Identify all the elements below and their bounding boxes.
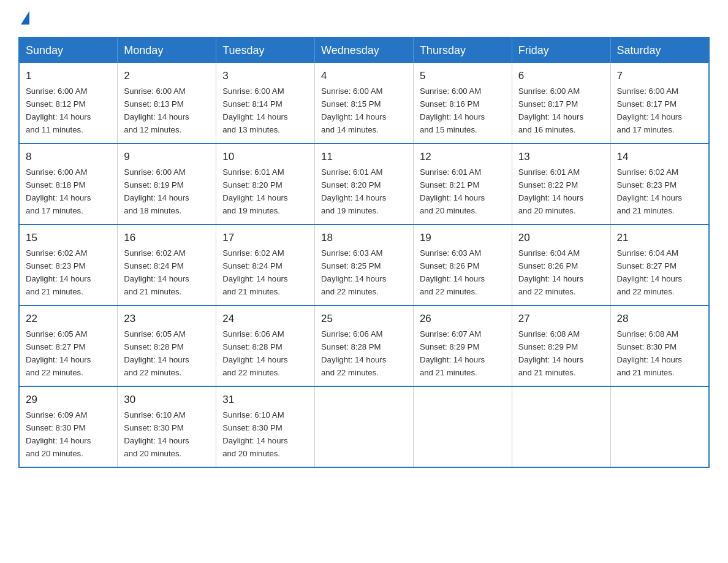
day-number: 4: [321, 68, 407, 84]
calendar-header-row: SundayMondayTuesdayWednesdayThursdayFrid…: [19, 37, 709, 63]
calendar-day-header: Thursday: [413, 37, 512, 63]
calendar-day-header: Friday: [512, 37, 610, 63]
day-number: 11: [321, 149, 407, 165]
calendar-day-cell: 29 Sunrise: 6:09 AMSunset: 8:30 PMDaylig…: [19, 386, 118, 467]
calendar-day-cell: 13 Sunrise: 6:01 AMSunset: 8:22 PMDaylig…: [512, 144, 610, 224]
day-info: Sunrise: 6:00 AMSunset: 8:15 PMDaylight:…: [321, 86, 386, 134]
day-number: 26: [420, 311, 506, 327]
day-info: Sunrise: 6:10 AMSunset: 8:30 PMDaylight:…: [124, 410, 189, 458]
day-number: 2: [124, 68, 210, 84]
day-number: 30: [124, 392, 210, 408]
day-info: Sunrise: 6:00 AMSunset: 8:16 PMDaylight:…: [420, 86, 485, 134]
day-info: Sunrise: 6:04 AMSunset: 8:26 PMDaylight:…: [518, 248, 583, 296]
day-number: 8: [26, 149, 111, 165]
day-number: 21: [617, 230, 702, 246]
calendar-week-row: 29 Sunrise: 6:09 AMSunset: 8:30 PMDaylig…: [19, 386, 709, 467]
calendar-day-header: Tuesday: [216, 37, 315, 63]
calendar-week-row: 1 Sunrise: 6:00 AMSunset: 8:12 PMDayligh…: [19, 63, 709, 144]
day-info: Sunrise: 6:01 AMSunset: 8:22 PMDaylight:…: [518, 167, 583, 215]
page-header: [18, 12, 710, 26]
calendar-day-cell: 21 Sunrise: 6:04 AMSunset: 8:27 PMDaylig…: [610, 224, 709, 305]
day-number: 20: [518, 230, 604, 246]
calendar-day-cell: 10 Sunrise: 6:01 AMSunset: 8:20 PMDaylig…: [216, 144, 315, 224]
calendar-day-header: Monday: [118, 37, 216, 63]
day-info: Sunrise: 6:02 AMSunset: 8:23 PMDaylight:…: [26, 248, 91, 296]
day-number: 16: [124, 230, 210, 246]
day-info: Sunrise: 6:05 AMSunset: 8:28 PMDaylight:…: [124, 329, 189, 377]
day-number: 13: [518, 149, 604, 165]
day-number: 10: [222, 149, 308, 165]
day-info: Sunrise: 6:09 AMSunset: 8:30 PMDaylight:…: [26, 410, 91, 458]
calendar-day-cell: 14 Sunrise: 6:02 AMSunset: 8:23 PMDaylig…: [610, 144, 709, 224]
calendar-day-cell: [413, 386, 512, 467]
day-number: 3: [222, 68, 308, 84]
day-number: 31: [222, 392, 308, 408]
calendar-day-cell: 5 Sunrise: 6:00 AMSunset: 8:16 PMDayligh…: [413, 63, 512, 144]
calendar-week-row: 22 Sunrise: 6:05 AMSunset: 8:27 PMDaylig…: [19, 305, 709, 386]
calendar-day-cell: 12 Sunrise: 6:01 AMSunset: 8:21 PMDaylig…: [413, 144, 512, 224]
day-info: Sunrise: 6:02 AMSunset: 8:24 PMDaylight:…: [124, 248, 189, 296]
calendar-day-cell: 17 Sunrise: 6:02 AMSunset: 8:24 PMDaylig…: [216, 224, 315, 305]
day-info: Sunrise: 6:00 AMSunset: 8:14 PMDaylight:…: [222, 86, 287, 134]
day-number: 19: [420, 230, 506, 246]
day-info: Sunrise: 6:01 AMSunset: 8:20 PMDaylight:…: [222, 167, 287, 215]
day-number: 17: [222, 230, 308, 246]
calendar-day-cell: 6 Sunrise: 6:00 AMSunset: 8:17 PMDayligh…: [512, 63, 610, 144]
day-info: Sunrise: 6:03 AMSunset: 8:25 PMDaylight:…: [321, 248, 386, 296]
logo-text: [18, 12, 29, 26]
calendar-day-cell: [512, 386, 610, 467]
day-info: Sunrise: 6:00 AMSunset: 8:17 PMDaylight:…: [518, 86, 583, 134]
calendar-day-cell: 24 Sunrise: 6:06 AMSunset: 8:28 PMDaylig…: [216, 305, 315, 386]
calendar-day-cell: [315, 386, 414, 467]
calendar-day-cell: 31 Sunrise: 6:10 AMSunset: 8:30 PMDaylig…: [216, 386, 315, 467]
calendar-day-cell: 4 Sunrise: 6:00 AMSunset: 8:15 PMDayligh…: [315, 63, 414, 144]
calendar-day-cell: [610, 386, 709, 467]
day-number: 14: [617, 149, 702, 165]
day-number: 18: [321, 230, 407, 246]
calendar-day-cell: 27 Sunrise: 6:08 AMSunset: 8:29 PMDaylig…: [512, 305, 610, 386]
calendar-day-header: Saturday: [610, 37, 709, 63]
day-number: 1: [26, 68, 111, 84]
calendar-day-cell: 7 Sunrise: 6:00 AMSunset: 8:17 PMDayligh…: [610, 63, 709, 144]
day-info: Sunrise: 6:01 AMSunset: 8:21 PMDaylight:…: [420, 167, 485, 215]
day-number: 27: [518, 311, 604, 327]
day-info: Sunrise: 6:02 AMSunset: 8:23 PMDaylight:…: [617, 167, 682, 215]
day-number: 23: [124, 311, 210, 327]
calendar-day-cell: 25 Sunrise: 6:06 AMSunset: 8:28 PMDaylig…: [315, 305, 414, 386]
calendar-day-cell: 15 Sunrise: 6:02 AMSunset: 8:23 PMDaylig…: [19, 224, 118, 305]
day-info: Sunrise: 6:00 AMSunset: 8:12 PMDaylight:…: [26, 86, 91, 134]
day-number: 9: [124, 149, 210, 165]
day-info: Sunrise: 6:00 AMSunset: 8:13 PMDaylight:…: [124, 86, 189, 134]
calendar-day-cell: 11 Sunrise: 6:01 AMSunset: 8:20 PMDaylig…: [315, 144, 414, 224]
day-number: 22: [26, 311, 111, 327]
logo: [18, 12, 29, 26]
day-info: Sunrise: 6:02 AMSunset: 8:24 PMDaylight:…: [222, 248, 287, 296]
calendar-day-cell: 18 Sunrise: 6:03 AMSunset: 8:25 PMDaylig…: [315, 224, 414, 305]
day-info: Sunrise: 6:00 AMSunset: 8:17 PMDaylight:…: [617, 86, 682, 134]
day-number: 29: [26, 392, 111, 408]
day-info: Sunrise: 6:07 AMSunset: 8:29 PMDaylight:…: [420, 329, 485, 377]
day-number: 25: [321, 311, 407, 327]
calendar-day-cell: 9 Sunrise: 6:00 AMSunset: 8:19 PMDayligh…: [118, 144, 216, 224]
day-number: 24: [222, 311, 308, 327]
calendar-day-cell: 22 Sunrise: 6:05 AMSunset: 8:27 PMDaylig…: [19, 305, 118, 386]
day-info: Sunrise: 6:06 AMSunset: 8:28 PMDaylight:…: [321, 329, 386, 377]
logo-triangle-icon: [21, 11, 29, 25]
day-info: Sunrise: 6:03 AMSunset: 8:26 PMDaylight:…: [420, 248, 485, 296]
day-info: Sunrise: 6:00 AMSunset: 8:18 PMDaylight:…: [26, 167, 91, 215]
calendar-day-cell: 19 Sunrise: 6:03 AMSunset: 8:26 PMDaylig…: [413, 224, 512, 305]
calendar-day-cell: 26 Sunrise: 6:07 AMSunset: 8:29 PMDaylig…: [413, 305, 512, 386]
calendar-day-cell: 16 Sunrise: 6:02 AMSunset: 8:24 PMDaylig…: [118, 224, 216, 305]
calendar-day-cell: 28 Sunrise: 6:08 AMSunset: 8:30 PMDaylig…: [610, 305, 709, 386]
calendar-day-cell: 1 Sunrise: 6:00 AMSunset: 8:12 PMDayligh…: [19, 63, 118, 144]
day-info: Sunrise: 6:05 AMSunset: 8:27 PMDaylight:…: [26, 329, 91, 377]
calendar-week-row: 15 Sunrise: 6:02 AMSunset: 8:23 PMDaylig…: [19, 224, 709, 305]
calendar-day-cell: 8 Sunrise: 6:00 AMSunset: 8:18 PMDayligh…: [19, 144, 118, 224]
calendar-day-cell: 3 Sunrise: 6:00 AMSunset: 8:14 PMDayligh…: [216, 63, 315, 144]
day-info: Sunrise: 6:01 AMSunset: 8:20 PMDaylight:…: [321, 167, 386, 215]
calendar-day-cell: 2 Sunrise: 6:00 AMSunset: 8:13 PMDayligh…: [118, 63, 216, 144]
day-info: Sunrise: 6:10 AMSunset: 8:30 PMDaylight:…: [222, 410, 287, 458]
day-info: Sunrise: 6:08 AMSunset: 8:29 PMDaylight:…: [518, 329, 583, 377]
calendar-day-cell: 20 Sunrise: 6:04 AMSunset: 8:26 PMDaylig…: [512, 224, 610, 305]
calendar-day-header: Wednesday: [315, 37, 414, 63]
